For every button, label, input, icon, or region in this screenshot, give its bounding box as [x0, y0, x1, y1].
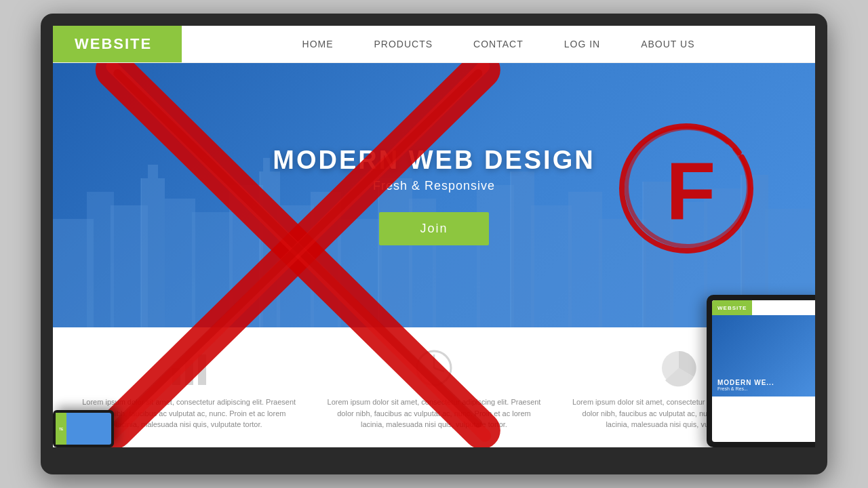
tablet-screen: WEBSITE MODERN WE... Fresh & Res... — [712, 300, 815, 442]
clock-icon — [414, 348, 454, 388]
nav-link-login[interactable]: LOG IN — [564, 39, 600, 49]
tablet-hero: MODERN WE... Fresh & Res... — [712, 315, 815, 396]
svg-rect-22 — [670, 202, 707, 327]
svg-rect-9 — [263, 158, 270, 171]
tablet-brand: WEBSITE — [712, 300, 752, 315]
svg-rect-3 — [141, 178, 165, 327]
svg-line-37 — [434, 368, 444, 371]
monitor-screen: WEBSITE HOME PRODUCTS CONTACT LOG IN ABO… — [53, 26, 815, 447]
tablet-device: WEBSITE MODERN WE... Fresh & Res... — [707, 295, 815, 447]
tablet-hero-subtitle: Fresh & Res... — [717, 386, 748, 391]
svg-rect-1 — [87, 192, 114, 327]
navbar-brand: WEBSITE — [53, 26, 182, 62]
svg-rect-32 — [172, 368, 180, 385]
nav-link-home[interactable]: HOME — [302, 39, 334, 49]
hero-subtitle: Fresh & Responsive — [273, 179, 595, 193]
navbar-links: HOME PRODUCTS CONTACT LOG IN ABOUT US — [182, 39, 815, 49]
tablet-hero-title: MODERN WE... — [717, 379, 774, 386]
svg-rect-4 — [148, 165, 158, 178]
svg-rect-21 — [643, 182, 673, 327]
phone-screen: TE — [56, 413, 111, 445]
monitor: WEBSITE HOME PRODUCTS CONTACT LOG IN ABO… — [41, 14, 827, 474]
hero-join-button[interactable]: Join — [379, 212, 488, 245]
svg-rect-5 — [165, 199, 195, 327]
nav-link-contact[interactable]: CONTACT — [473, 39, 524, 49]
svg-rect-20 — [599, 219, 646, 327]
features-section: Lorem ipsum dolor sit amet, consectetur … — [53, 327, 815, 447]
svg-rect-33 — [185, 360, 193, 385]
feature-text-2: Lorem ipsum dolor sit amet, consectetur … — [325, 396, 542, 430]
svg-rect-6 — [192, 212, 233, 327]
nav-link-about[interactable]: ABOUT US — [641, 39, 694, 49]
hero-section: MODERN WEB DESIGN Fresh & Responsive Joi… — [53, 63, 815, 327]
hero-content: MODERN WEB DESIGN Fresh & Responsive Joi… — [273, 146, 595, 245]
navbar: WEBSITE HOME PRODUCTS CONTACT LOG IN ABO… — [53, 26, 815, 63]
feature-item-2: Lorem ipsum dolor sit amet, consectetur … — [325, 348, 542, 430]
hero-title: MODERN WEB DESIGN — [273, 146, 595, 175]
phone-brand: TE — [56, 413, 66, 445]
phone-device: TE — [53, 410, 114, 447]
pie-chart-icon — [658, 348, 699, 388]
nav-link-products[interactable]: PRODUCTS — [374, 39, 433, 49]
tablet-navbar: WEBSITE — [712, 300, 815, 315]
bar-chart-icon — [169, 348, 210, 388]
svg-rect-34 — [198, 354, 206, 385]
svg-rect-7 — [229, 185, 263, 327]
